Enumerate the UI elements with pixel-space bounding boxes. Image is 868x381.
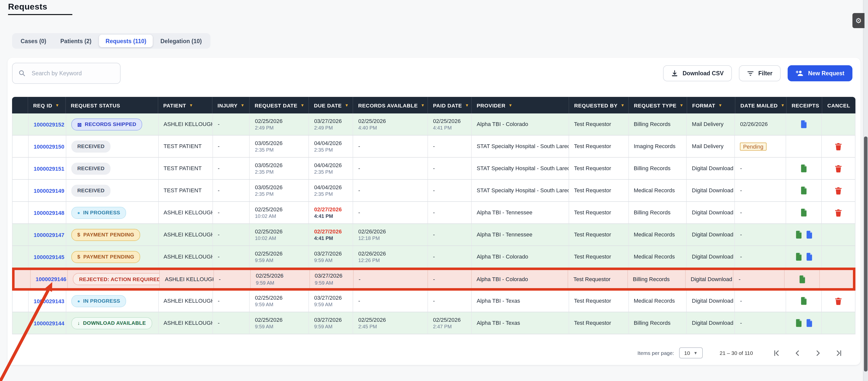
cancel-request-button[interactable]: [835, 209, 842, 217]
search-input[interactable]: [31, 70, 108, 77]
receipt-blue-button[interactable]: [800, 120, 807, 128]
receipt-blue-button[interactable]: [805, 253, 812, 261]
req-id-link[interactable]: 1000029150: [34, 143, 66, 149]
receipt-file-icon[interactable]: [800, 120, 807, 128]
cell-text: Alpha TBI - Colorado: [477, 121, 569, 128]
cell-text: Alpha TBI - Colorado: [477, 253, 569, 260]
cancel-trash-icon[interactable]: [835, 187, 842, 194]
column-header-date_mailed[interactable]: DATE MAILED▼: [735, 97, 786, 114]
req-id-link[interactable]: 1000029144: [34, 320, 66, 326]
cancel-request-button[interactable]: [835, 297, 842, 305]
column-header-injury[interactable]: INJURY▼: [212, 97, 249, 114]
sort-arrow-icon[interactable]: ▼: [345, 103, 349, 108]
filter-button[interactable]: Filter: [739, 65, 780, 81]
sort-arrow-icon[interactable]: ▼: [465, 103, 469, 108]
sort-arrow-icon[interactable]: ▼: [718, 103, 722, 108]
items-per-page-select[interactable]: 10 ▼: [679, 347, 703, 358]
last-page-icon[interactable]: [835, 349, 842, 357]
column-header-requested_by[interactable]: REQUESTED BY▼: [569, 97, 628, 114]
tab-delegation[interactable]: Delegation (10): [154, 35, 209, 47]
cell-request_date: 02/25/202610:02 AM: [249, 224, 309, 246]
scrollbar-track[interactable]: [863, 0, 868, 381]
req-id-link[interactable]: 1000029152: [34, 121, 66, 127]
column-header-provider[interactable]: PROVIDER▼: [471, 97, 569, 114]
receipt-file-icon[interactable]: [799, 275, 805, 283]
column-header-due_date[interactable]: DUE DATE▼: [308, 97, 352, 114]
receipt-green-button[interactable]: [795, 230, 802, 239]
cell-injury: -: [212, 114, 249, 135]
tab-cases[interactable]: Cases (0): [14, 35, 53, 47]
column-header-request_type[interactable]: REQUEST TYPE▼: [628, 97, 687, 114]
req-id-link[interactable]: 1000029146: [36, 276, 68, 282]
column-header-receipts: RECEIPTS: [786, 97, 822, 114]
cell-text: -: [433, 275, 471, 283]
receipt-blue-button[interactable]: [805, 319, 812, 327]
receipt-file-icon[interactable]: [800, 164, 807, 173]
sort-arrow-icon[interactable]: ▼: [781, 103, 785, 108]
cell-text: -: [358, 142, 428, 150]
req-id-link[interactable]: 1000029143: [34, 298, 66, 304]
cancel-request-button[interactable]: [835, 142, 842, 150]
column-label: PROVIDER: [477, 102, 505, 108]
column-header-patient[interactable]: PATIENT▼: [158, 97, 212, 114]
receipt-file-icon[interactable]: [805, 319, 812, 327]
receipt-file-icon[interactable]: [795, 253, 802, 261]
receipt-file-icon[interactable]: [805, 253, 812, 261]
receipt-file-icon[interactable]: [795, 319, 802, 327]
cancel-request-button[interactable]: [835, 187, 842, 194]
cell-req_id: 1000029146: [30, 270, 68, 288]
tab-requests[interactable]: Requests (110): [99, 35, 153, 47]
receipt-green-button[interactable]: [795, 319, 802, 327]
sort-arrow-icon[interactable]: ▼: [679, 103, 683, 108]
search-box[interactable]: [12, 63, 121, 84]
column-header-records_available[interactable]: RECORDS AVAILABLE▼: [352, 97, 428, 114]
receipt-file-icon[interactable]: [805, 230, 812, 239]
cell-request_type: Billing Records: [628, 158, 686, 179]
cell-format: Digital Download: [686, 246, 735, 267]
column-header-req_id[interactable]: REQ ID▼: [28, 97, 65, 114]
cancel-trash-icon[interactable]: [835, 142, 842, 150]
time-value: 2:35 PM: [255, 169, 309, 176]
req-id-link[interactable]: 1000029145: [34, 254, 66, 260]
sort-arrow-icon[interactable]: ▼: [300, 103, 304, 108]
column-header-request_date[interactable]: REQUEST DATE▼: [249, 97, 308, 114]
download-csv-button[interactable]: Download CSV: [663, 65, 732, 81]
column-header-paid_date[interactable]: PAID DATE▼: [428, 97, 471, 114]
filter-icon: [747, 70, 754, 77]
sort-arrow-icon[interactable]: ▼: [241, 103, 245, 108]
receipt-green-button[interactable]: [800, 208, 807, 217]
prev-page-icon[interactable]: [794, 349, 801, 357]
receipt-file-icon[interactable]: [800, 186, 807, 195]
req-id-link[interactable]: 1000029149: [34, 188, 66, 193]
new-request-button[interactable]: New Request: [787, 65, 852, 81]
next-page-icon[interactable]: [814, 349, 822, 357]
receipt-green-button[interactable]: [799, 275, 805, 283]
date-value: 02/25/2026: [256, 272, 309, 280]
receipt-blue-button[interactable]: [805, 230, 812, 239]
sort-arrow-icon[interactable]: ▼: [421, 103, 425, 108]
receipt-green-button[interactable]: [795, 253, 802, 261]
sort-arrow-icon[interactable]: ▼: [55, 103, 59, 108]
sort-arrow-icon[interactable]: ▼: [189, 103, 193, 108]
cancel-trash-icon[interactable]: [835, 297, 842, 305]
first-page-icon[interactable]: [773, 349, 781, 357]
cancel-trash-icon[interactable]: [835, 164, 842, 172]
receipt-green-button[interactable]: [800, 186, 807, 195]
receipt-file-icon[interactable]: [800, 208, 807, 217]
receipt-green-button[interactable]: [800, 297, 807, 305]
tab-patients[interactable]: Patients (2): [54, 35, 98, 47]
cancel-trash-icon[interactable]: [835, 209, 842, 217]
scrollbar-thumb[interactable]: [864, 136, 868, 372]
req-id-link[interactable]: 1000029148: [34, 210, 66, 216]
req-id-link[interactable]: 1000029151: [34, 165, 66, 171]
receipt-file-icon[interactable]: [795, 230, 802, 239]
column-header-format[interactable]: FORMAT▼: [687, 97, 735, 114]
settings-gear-tab[interactable]: ⚙: [852, 13, 865, 28]
req-id-link[interactable]: 1000029147: [34, 232, 66, 238]
sort-arrow-icon[interactable]: ▼: [621, 103, 625, 108]
cancel-request-button[interactable]: [835, 164, 842, 172]
sort-arrow-icon[interactable]: ▼: [508, 103, 513, 108]
status-badge: REJECTED: ACTION REQUIRED: [73, 273, 159, 285]
receipt-green-button[interactable]: [800, 164, 807, 173]
receipt-file-icon[interactable]: [800, 297, 807, 305]
